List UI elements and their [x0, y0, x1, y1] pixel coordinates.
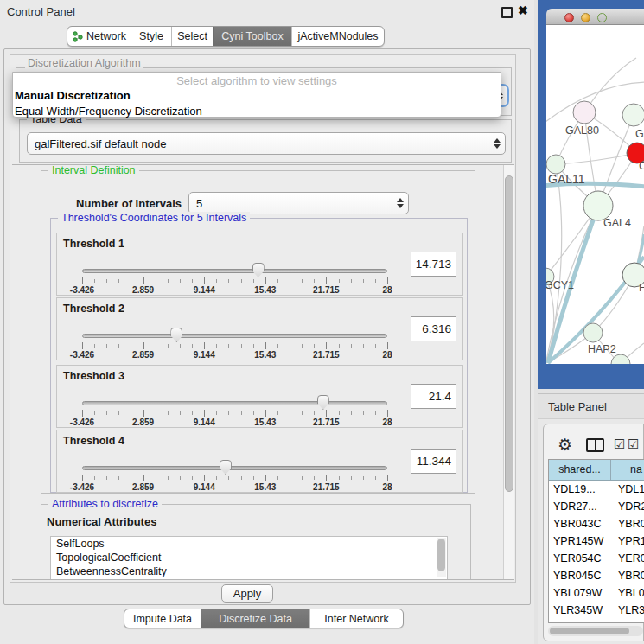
algorithm-dropdown-popup: Select algorithm to view settings Manual… [12, 72, 501, 118]
checkbox-icon[interactable]: ☑ [628, 437, 639, 450]
close-icon[interactable]: ✖ [518, 3, 528, 17]
node-label: C [639, 160, 644, 172]
tab-select[interactable]: Select [171, 27, 213, 46]
slider-thumb[interactable] [252, 263, 265, 277]
tick-label: 15.43 [254, 285, 276, 295]
table-row[interactable]: YBL079WYBL0 [549, 584, 644, 602]
table-row[interactable]: YER054CYER0 [549, 550, 644, 567]
attributes-group-title: Attributes to discretize [48, 498, 162, 510]
close-traffic-light[interactable] [564, 13, 574, 22]
table-header-row: shared... na [549, 460, 644, 481]
numerical-attributes-header: Numerical Attributes [47, 515, 156, 528]
table-row[interactable]: YDL19...YDL1 [549, 481, 644, 498]
horizontal-scrollbar[interactable] [548, 626, 643, 636]
table-row[interactable]: YLR345WYLR3 [549, 602, 644, 619]
control-panel-titlebar: Control Panel ✖ [0, 0, 534, 22]
node-gal80[interactable] [573, 101, 596, 124]
column-header-shared-name[interactable]: shared... [549, 460, 611, 480]
checkbox-icon[interactable]: ☑ [614, 437, 625, 450]
split-columns-icon[interactable] [586, 438, 604, 452]
slider-track[interactable] [82, 466, 387, 470]
threshold-1-panel: Threshold 1 -3.426 2.859 9.144 15.43 21.… [56, 233, 463, 296]
float-window-icon[interactable] [501, 7, 513, 18]
threshold-1-label: Threshold 1 [63, 238, 124, 250]
network-window-titlebar[interactable] [546, 9, 644, 25]
list-item[interactable]: BetweennessCentrality [51, 564, 447, 578]
list-item[interactable]: SelfLoops [51, 537, 447, 551]
minimize-traffic-light[interactable] [581, 13, 590, 22]
node-top-right[interactable] [622, 104, 644, 126]
node-attribute-table: shared... na YDL19...YDL1 YDR27...YDR2 Y… [548, 459, 644, 623]
slider-ticks [82, 475, 388, 481]
gear-icon[interactable]: ⚙ [558, 437, 572, 453]
vertical-scrollbar[interactable] [503, 165, 514, 579]
threshold-4-label: Threshold 4 [63, 435, 124, 447]
slider-thumb[interactable] [170, 328, 182, 342]
threshold-4-value-field[interactable]: 11.344 [411, 449, 456, 474]
numerical-attributes-list[interactable]: SelfLoops TopologicalCoefficient Between… [50, 536, 448, 580]
node-label: GCY1 [546, 279, 574, 291]
tab-style[interactable]: Style [131, 27, 171, 46]
tick-label: 28 [382, 350, 392, 360]
tab-impute-data[interactable]: Impute Data [124, 609, 201, 628]
threshold-3-value-field[interactable]: 21.4 [411, 384, 456, 409]
horizontal-scrollbar-thumb[interactable] [550, 628, 629, 634]
threshold-2-value-field[interactable]: 6.316 [411, 316, 456, 341]
interval-definition-group: Interval Definition Number of Intervals … [41, 170, 475, 494]
table-row[interactable]: YBR043CYBR0 [549, 515, 644, 532]
list-item[interactable]: TopologicalCoefficient [51, 551, 447, 564]
tick-label: -3.426 [70, 350, 94, 360]
slider-track[interactable] [82, 334, 387, 338]
threshold-2-label: Threshold 2 [63, 303, 124, 315]
apply-button[interactable]: Apply [221, 584, 273, 603]
dropdown-item-equal-width[interactable]: Equal Width/Frequency Discretization [13, 104, 501, 119]
table-row[interactable]: YIL052CYIL0 [549, 619, 644, 623]
tick-label: -3.426 [70, 482, 94, 492]
table-data-combo[interactable]: galFiltered.sif default node [27, 132, 506, 155]
tick-label: 2.859 [132, 482, 154, 492]
slider-track[interactable] [82, 401, 387, 405]
discretization-algorithm-title: Discretization Algorithm [25, 57, 143, 69]
threshold-2-panel: Threshold 2 -3.426 2.859 9.144 15.43 21.… [56, 297, 463, 360]
table-data-group: Table Data galFiltered.sif default node [19, 119, 512, 163]
network-view-frame: GAL80 GA C GAL11 GAL4 GCY1 H HAP2 [538, 0, 644, 389]
control-panel: Control Panel ✖ Network Style Select Cyn… [0, 0, 534, 644]
node-bottom[interactable] [611, 354, 630, 364]
tick-label: 21.715 [313, 350, 340, 360]
node-hap2[interactable] [583, 323, 603, 342]
threshold-3-panel: Threshold 3 -3.426 2.859 9.144 15.43 21.… [56, 365, 463, 428]
tab-jactivemnodules[interactable]: jActiveMNodules [291, 27, 384, 46]
node-label: GAL80 [565, 124, 599, 137]
slider-track[interactable] [82, 269, 387, 273]
column-header-name[interactable]: na [611, 460, 644, 480]
node-gal11[interactable] [546, 155, 565, 174]
table-row[interactable]: YPR145WYPR1 [549, 532, 644, 550]
network-canvas[interactable]: GAL80 GA C GAL11 GAL4 GCY1 H HAP2 [546, 25, 644, 364]
table-panel-title: Table Panel [548, 400, 607, 413]
threshold-1-value-field[interactable]: 14.713 [411, 252, 456, 277]
threshold-coordinates-group: Threshold's Coordinates for 5 Intervals … [50, 218, 468, 493]
table-row[interactable]: YBR045CYBR0 [549, 567, 644, 584]
tab-cyni-toolbox[interactable]: Cyni Toolbox [213, 27, 291, 46]
dropdown-item-manual-discretization[interactable]: Manual Discretization [13, 88, 501, 104]
slider-thumb[interactable] [220, 460, 232, 475]
maximize-traffic-light[interactable] [597, 13, 607, 22]
discretize-tab-content: Discretization Algorithm Select algorith… [10, 54, 516, 583]
node-label: HAP2 [588, 343, 616, 355]
tick-label: 15.43 [254, 350, 276, 360]
tick-label: 21.715 [313, 285, 340, 295]
dropdown-placeholder-item[interactable]: Select algorithm to view settings [13, 73, 501, 88]
tab-network[interactable]: Network [67, 27, 131, 46]
slider-ticks [82, 342, 388, 349]
node-gal4[interactable] [583, 191, 613, 220]
tab-infer-network[interactable]: Infer Network [309, 609, 403, 628]
tick-label: 2.859 [132, 418, 154, 427]
vertical-scrollbar-thumb[interactable] [505, 175, 513, 492]
list-scrollbar[interactable] [437, 538, 446, 577]
node-label: GAL11 [548, 172, 585, 186]
table-row[interactable]: YDR27...YDR2 [549, 498, 644, 515]
list-scrollbar-thumb[interactable] [437, 539, 445, 571]
tick-label: 9.144 [194, 482, 215, 492]
tab-discretize-data[interactable]: Discretize Data [201, 609, 309, 628]
slider-thumb[interactable] [317, 395, 329, 410]
